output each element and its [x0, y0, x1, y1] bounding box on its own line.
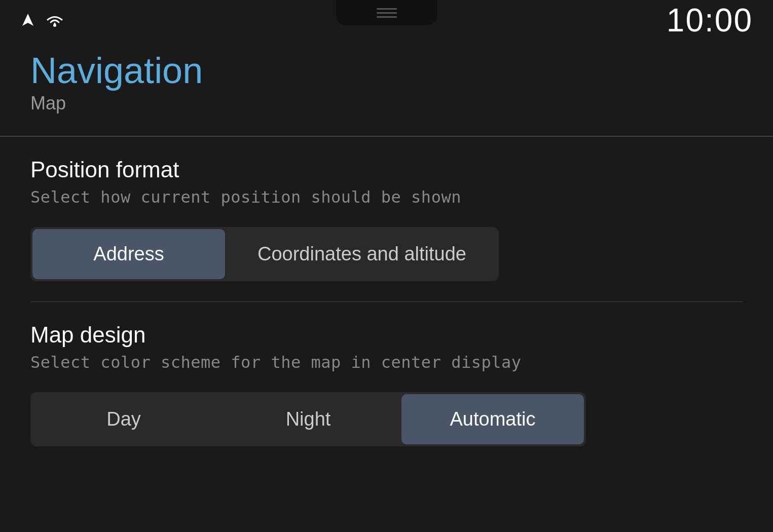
map-design-day-button[interactable]: Day [32, 394, 215, 444]
position-format-toggle-group: Address Coordinates and altitude [30, 227, 499, 281]
map-design-night-button[interactable]: Night [217, 394, 399, 444]
content-area: Position format Select how current posit… [0, 137, 773, 532]
map-design-description: Select color scheme for the map in cente… [30, 353, 743, 372]
map-design-title: Map design [30, 322, 743, 348]
wifi-icon [46, 13, 64, 27]
map-design-toggle-group: Day Night Automatic [30, 392, 586, 446]
status-icons [20, 13, 64, 28]
position-format-title: Position format [30, 157, 743, 182]
svg-point-1 [53, 24, 56, 27]
map-design-section: Map design Select color scheme for the m… [30, 302, 743, 467]
clock: 10:00 [667, 2, 753, 39]
svg-marker-0 [22, 14, 33, 26]
page-title: Navigation [30, 51, 743, 91]
position-format-section: Position format Select how current posit… [30, 137, 743, 302]
navigation-icon [20, 13, 35, 28]
map-design-automatic-button[interactable]: Automatic [401, 394, 584, 444]
status-bar: 10:00 [0, 0, 773, 41]
position-format-address-button[interactable]: Address [32, 229, 225, 279]
position-format-coordinates-button[interactable]: Coordinates and altitude [227, 229, 497, 279]
notch [336, 0, 437, 25]
position-format-description: Select how current position should be sh… [30, 187, 743, 207]
page-subtitle: Map [30, 93, 743, 114]
page-header: Navigation Map [0, 41, 773, 124]
